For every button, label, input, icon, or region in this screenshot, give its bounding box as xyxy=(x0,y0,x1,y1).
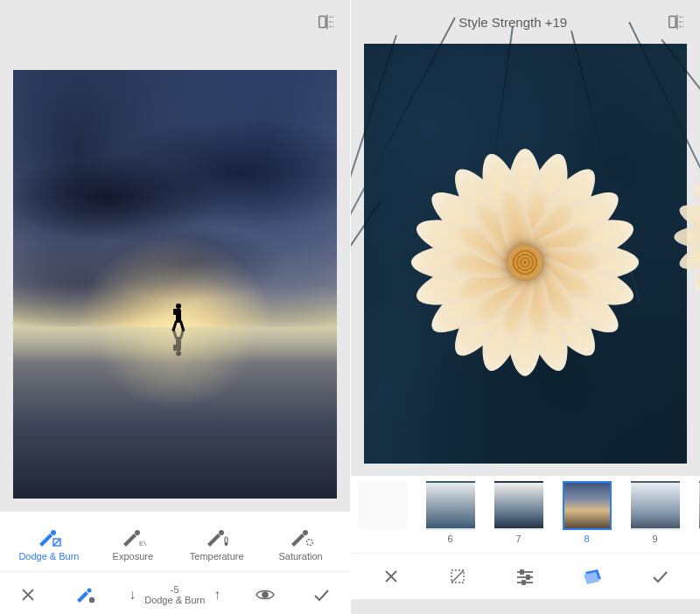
tool-label: Saturation xyxy=(278,551,322,562)
svg-point-5 xyxy=(51,530,56,535)
panel-style: Style Strength +19 xyxy=(351,0,701,614)
topbar-left xyxy=(0,0,350,44)
tool-dodge-burn[interactable]: Dodge & Burn xyxy=(7,527,91,562)
filter-9[interactable]: 9 xyxy=(631,481,680,544)
svg-rect-31 xyxy=(527,576,529,579)
tool-label: Exposure xyxy=(113,551,153,562)
brush-icon xyxy=(36,527,62,548)
action-row-left: ↓ -5 Dodge & Burn ↑ xyxy=(0,571,350,614)
brush-temp-icon xyxy=(204,527,230,548)
arrow-up-icon: ↑ xyxy=(214,587,220,603)
close-icon[interactable] xyxy=(374,564,409,589)
svg-point-12 xyxy=(303,530,308,535)
filter-8[interactable]: 8 xyxy=(563,481,612,544)
svg-point-11 xyxy=(224,542,228,546)
brush-sat-icon xyxy=(288,527,314,548)
svg-line-27 xyxy=(452,570,464,583)
adjust-readout[interactable]: ↓ -5 Dodge & Burn ↑ xyxy=(129,584,220,605)
svg-point-7 xyxy=(135,530,140,535)
compare-icon[interactable] xyxy=(667,12,686,31)
compare-icon[interactable] xyxy=(317,12,336,31)
brush-ev-icon: EV xyxy=(120,527,146,548)
tool-temperature[interactable]: Temperature xyxy=(175,527,259,562)
tool-label: Dodge & Burn xyxy=(18,551,79,562)
mask-icon[interactable] xyxy=(441,564,476,589)
svg-text:EV: EV xyxy=(139,540,146,548)
image-canvas-right[interactable] xyxy=(364,44,688,464)
topbar-right: Style Strength +19 xyxy=(351,0,701,44)
arrow-down-icon: ↓ xyxy=(129,587,136,603)
action-row-right xyxy=(351,553,701,599)
filter-prev[interactable] xyxy=(358,481,407,544)
filter-7[interactable]: 7 xyxy=(494,481,543,544)
svg-point-13 xyxy=(306,540,312,546)
svg-rect-10 xyxy=(225,537,228,543)
brush-mask-icon[interactable] xyxy=(73,583,97,607)
sliders-icon[interactable] xyxy=(508,564,542,589)
svg-rect-19 xyxy=(669,17,676,28)
filter-label: 9 xyxy=(652,534,657,544)
tool-label: Temperature xyxy=(190,551,244,562)
svg-rect-33 xyxy=(522,581,525,584)
adjust-value: -5 xyxy=(144,584,205,595)
svg-rect-0 xyxy=(318,17,325,28)
filter-6[interactable]: 6 xyxy=(426,481,475,544)
brush-tool-row: Dodge & Burn EV Exposure Temperature Sat… xyxy=(0,512,350,571)
image-canvas-left[interactable] xyxy=(13,70,337,499)
layers-icon[interactable] xyxy=(575,564,610,589)
tool-exposure[interactable]: EV Exposure xyxy=(91,527,175,562)
panel-brush: Dodge & Burn EV Exposure Temperature Sat… xyxy=(0,0,351,614)
svg-point-18 xyxy=(262,592,268,597)
adjust-label: Dodge & Burn xyxy=(144,595,205,605)
svg-point-9 xyxy=(219,530,224,535)
filter-label: 7 xyxy=(515,534,521,544)
filter-strip[interactable]: 6 7 8 9 10 xyxy=(351,476,701,553)
svg-point-16 xyxy=(87,589,91,593)
filter-label: 6 xyxy=(447,534,452,544)
tool-saturation[interactable]: Saturation xyxy=(259,527,343,562)
check-icon[interactable] xyxy=(642,564,677,589)
svg-rect-29 xyxy=(521,570,523,574)
filter-label: 8 xyxy=(584,534,589,544)
close-icon[interactable] xyxy=(16,583,40,607)
svg-point-17 xyxy=(88,597,94,603)
eye-icon[interactable] xyxy=(253,583,277,607)
check-icon[interactable] xyxy=(309,583,333,607)
